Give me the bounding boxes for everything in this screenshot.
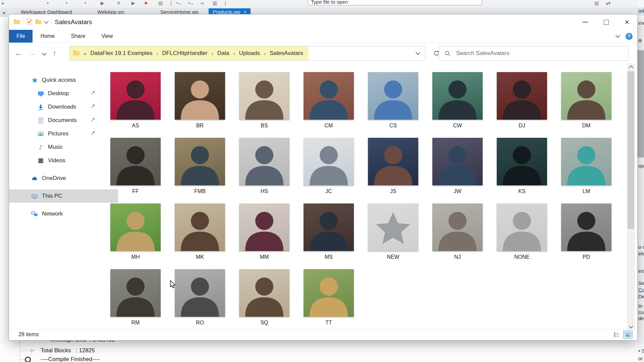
ide-panel-close-button[interactable]: × xyxy=(0,9,8,17)
file-item-lm[interactable]: LM xyxy=(561,138,611,194)
file-item-ms[interactable]: MS xyxy=(304,203,354,260)
avatar-photo-thumbnail[interactable] xyxy=(304,138,354,185)
file-item-bs[interactable]: BS xyxy=(239,72,289,129)
hash-icon[interactable]: # xyxy=(117,0,120,6)
sidebar-item-music[interactable]: ♪Music xyxy=(9,140,99,154)
search-input[interactable] xyxy=(455,50,598,57)
breadcrumb-separator-icon[interactable]: › xyxy=(233,51,236,56)
tree-row[interactable]: ----Compile Finished---- xyxy=(41,356,100,362)
avatar-photo-thumbnail[interactable] xyxy=(239,269,289,317)
branch-icon[interactable]: •⌄ xyxy=(176,0,182,6)
panel-icon[interactable]: ▤ xyxy=(158,0,163,6)
file-item-dm[interactable]: DM xyxy=(561,72,611,129)
avatar-photo-thumbnail[interactable] xyxy=(497,72,547,120)
sort-arrows-icon[interactable]: ▴▾ xyxy=(606,0,610,6)
avatar-photo-thumbnail[interactable] xyxy=(175,269,225,317)
properties-check-icon[interactable] xyxy=(26,18,32,26)
avatar-photo-thumbnail[interactable] xyxy=(304,72,354,120)
breadcrumb-separator-icon[interactable]: › xyxy=(156,51,159,56)
breadcrumb-collapse-chevron[interactable]: « xyxy=(83,51,87,56)
avatar-photo-thumbnail[interactable] xyxy=(304,203,354,251)
avatar-photo-thumbnail[interactable] xyxy=(497,138,547,185)
vertical-scrollbar[interactable] xyxy=(627,63,635,330)
file-item-mh[interactable]: MH xyxy=(110,203,161,260)
file-item-cs[interactable]: CS xyxy=(368,72,418,129)
file-item-br[interactable]: BR xyxy=(175,72,225,129)
help-icon[interactable]: ? xyxy=(626,33,633,40)
sidebar-item-quick-access[interactable]: Quick access xyxy=(9,73,99,87)
avatar-photo-thumbnail[interactable] xyxy=(239,72,289,120)
tree-expander-icon[interactable]: ▷ xyxy=(31,348,34,353)
file-item-dj[interactable]: DJ xyxy=(497,72,547,129)
file-item-pd[interactable]: PD xyxy=(561,203,611,260)
avatar-photo-thumbnail[interactable] xyxy=(175,72,225,120)
breadcrumb-item[interactable]: DFLCHttpHandler xyxy=(162,50,208,57)
play-bar-icon[interactable]: ▶ xyxy=(101,0,104,6)
play-cut-icon[interactable]: ▸ xyxy=(2,0,4,6)
breadcrumb-item[interactable]: SalesAvatars xyxy=(270,50,303,57)
file-item-sq[interactable]: SQ xyxy=(239,269,289,326)
sidebar-item-documents[interactable]: Documents xyxy=(9,114,99,127)
scroll-up-button[interactable] xyxy=(627,63,635,70)
breadcrumb-separator-icon[interactable]: › xyxy=(211,51,214,56)
record-icon[interactable]: ● xyxy=(144,0,148,6)
avatar-photo-thumbnail[interactable] xyxy=(110,269,161,317)
sidebar-item-pictures[interactable]: Pictures xyxy=(9,127,99,140)
menu-share[interactable]: Share xyxy=(63,30,93,43)
up-button[interactable]: ↑ xyxy=(53,49,56,57)
sidebar-item-downloads[interactable]: Downloads xyxy=(9,100,99,114)
breadcrumb-item[interactable]: Data xyxy=(217,50,229,57)
file-item-mk[interactable]: MK xyxy=(175,203,225,260)
file-item-none[interactable]: NONE xyxy=(497,203,547,260)
file-item-ro[interactable]: RO xyxy=(175,269,225,326)
avatar-photo-thumbnail[interactable] xyxy=(239,203,289,251)
file-item-as[interactable]: AS xyxy=(110,72,161,129)
breadcrumb-separator-icon[interactable]: › xyxy=(263,51,266,56)
branch-box-icon[interactable]: ▥ xyxy=(213,0,217,6)
avatar-photo-thumbnail[interactable] xyxy=(110,138,161,185)
menu-home[interactable]: Home xyxy=(33,30,63,43)
star-thumbnail[interactable] xyxy=(368,203,418,251)
menu-view[interactable]: View xyxy=(93,30,121,43)
file-item-new[interactable]: NEW xyxy=(368,203,418,260)
file-item-cm[interactable]: CM xyxy=(304,72,354,129)
avatar-photo-thumbnail[interactable] xyxy=(368,138,418,185)
link-icon[interactable]: ∞ xyxy=(201,0,204,6)
avatar-photo-thumbnail[interactable] xyxy=(110,203,161,251)
file-item-nj[interactable]: NJ xyxy=(432,203,483,260)
recent-locations-chevron-icon[interactable] xyxy=(42,51,47,56)
file-item-ks[interactable]: KS xyxy=(497,138,547,194)
address-bar-empty[interactable] xyxy=(309,46,425,60)
title-bar[interactable]: SalesAvatars × xyxy=(9,14,637,30)
search-box[interactable] xyxy=(439,46,629,61)
sidebar-item-onedrive[interactable]: OneDrive xyxy=(9,172,99,185)
dot-icon[interactable]: • xyxy=(66,0,67,6)
ide-file-open-combo[interactable]: Type file to open xyxy=(308,0,482,5)
file-item-hs[interactable]: HS xyxy=(239,138,289,194)
maximize-button[interactable] xyxy=(596,14,616,30)
file-item-tt[interactable]: TT xyxy=(304,269,354,326)
new-folder-icon[interactable] xyxy=(35,19,42,25)
breadcrumb-item[interactable]: Uploads xyxy=(239,50,260,57)
avatar-photo-thumbnail[interactable] xyxy=(368,72,418,120)
avatar-photo-thumbnail[interactable] xyxy=(175,138,225,185)
address-dropdown-chevron-icon[interactable] xyxy=(416,50,420,55)
file-item-js[interactable]: JS xyxy=(368,138,418,194)
file-item-jw[interactable]: JW xyxy=(432,138,483,194)
avatar-photo-thumbnail[interactable] xyxy=(304,269,354,317)
separator-icon[interactable]: | xyxy=(225,0,226,6)
separator-icon[interactable]: | xyxy=(170,0,172,6)
customize-toolbar-chevron-icon[interactable] xyxy=(44,19,49,24)
expand-ribbon-chevron-icon[interactable] xyxy=(615,33,620,38)
details-view-button[interactable] xyxy=(612,330,621,339)
forward-button[interactable]: → xyxy=(29,49,36,57)
avatar-photo-thumbnail[interactable] xyxy=(561,203,611,251)
avatar-photo-thumbnail[interactable] xyxy=(432,138,483,185)
sidebar-item-desktop[interactable]: Desktop xyxy=(9,87,99,100)
file-item-jc[interactable]: JC xyxy=(304,138,354,194)
sidebar-item-videos[interactable]: Videos xyxy=(9,154,99,167)
avatar-photo-thumbnail[interactable] xyxy=(432,72,483,120)
dot-icon[interactable]: • xyxy=(85,0,86,6)
address-bar[interactable]: «DataFlex 19.1 Examples›DFLCHttpHandler›… xyxy=(69,46,425,61)
avatar-photo-thumbnail[interactable] xyxy=(432,203,483,251)
